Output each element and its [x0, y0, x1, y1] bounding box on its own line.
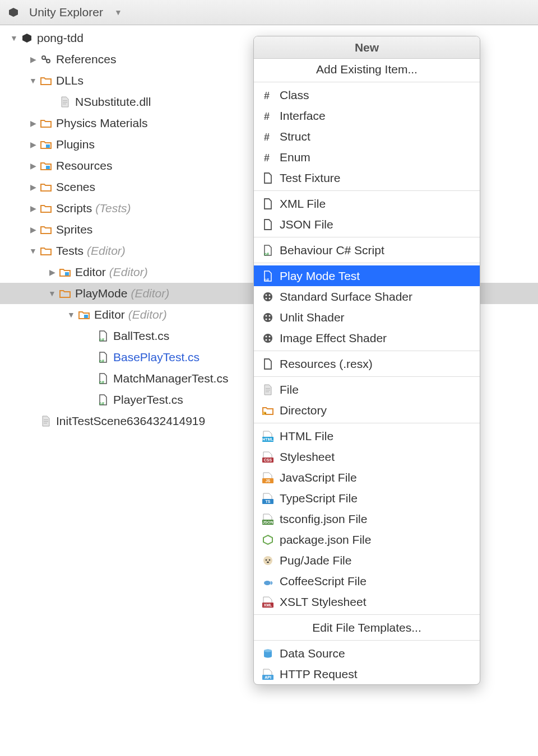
- newdir-icon: ✶: [262, 405, 274, 416]
- svg-point-37: [263, 334, 272, 343]
- tree-item-label: Editor: [94, 308, 125, 321]
- menu-item[interactable]: Image Effect Shader: [254, 328, 480, 348]
- menu-item[interactable]: APIHTTP Request: [254, 664, 480, 684]
- css-icon: CSS: [262, 451, 274, 463]
- disclosure-icon[interactable]: ▶: [27, 225, 39, 234]
- menu-separator: [254, 614, 480, 615]
- html-icon: HTML: [262, 431, 274, 442]
- menu-item-label: Behaviour C# Script: [280, 244, 384, 257]
- tree-item-label: References: [56, 53, 116, 66]
- file-gray-icon: [39, 416, 53, 427]
- menu-item[interactable]: Unlit Shader: [254, 307, 480, 328]
- tree-item-label: Scripts: [56, 202, 92, 215]
- menu-separator: [254, 190, 480, 191]
- coffee-icon: [262, 576, 274, 587]
- svg-text:c#: c#: [99, 401, 104, 405]
- menu-title: New: [254, 36, 480, 59]
- dropdown-icon[interactable]: ▼: [114, 8, 122, 17]
- menu-item[interactable]: #Interface: [254, 105, 480, 126]
- menu-item[interactable]: ✶Directory: [254, 400, 480, 421]
- json-icon: JSON: [262, 514, 274, 525]
- menu-item[interactable]: Test Fixture: [254, 167, 480, 188]
- cs-icon: c#: [262, 270, 274, 282]
- svg-text:#: #: [264, 111, 270, 122]
- menu-item[interactable]: XMLXSLT Stylesheet: [254, 591, 480, 612]
- disclosure-icon[interactable]: ▼: [27, 246, 39, 255]
- menu-item-label: Standard Surface Shader: [280, 290, 412, 304]
- svg-point-34: [269, 315, 271, 316]
- svg-text:XML: XML: [264, 603, 273, 607]
- disclosure-icon[interactable]: ▼: [8, 34, 20, 43]
- svg-point-27: [266, 294, 267, 296]
- menu-item-label: tsconfig.json File: [280, 512, 367, 526]
- svg-point-61: [269, 559, 271, 561]
- cs-icon: c#: [96, 352, 110, 363]
- disclosure-icon[interactable]: ▶: [27, 183, 39, 192]
- cs-icon: c#: [96, 373, 110, 384]
- disclosure-icon[interactable]: ▶: [27, 204, 39, 213]
- svg-rect-10: [65, 272, 69, 276]
- menu-item[interactable]: XML File: [254, 193, 480, 214]
- ts-icon: TS: [262, 493, 274, 504]
- menu-separator: [254, 423, 480, 423]
- folder-icon: [39, 225, 53, 235]
- menu-item[interactable]: Pug/Jade File: [254, 550, 480, 571]
- tree-item-label: MatchManagerTest.cs: [113, 372, 228, 385]
- tree-item-suffix: (Editor): [109, 265, 148, 279]
- disclosure-icon[interactable]: ▼: [46, 289, 58, 298]
- menu-item[interactable]: Resources (.resx): [254, 353, 480, 374]
- menu-item-label: File: [280, 383, 299, 396]
- svg-text:c#: c#: [264, 251, 269, 256]
- cs-icon: c#: [96, 330, 110, 342]
- menu-item[interactable]: Edit File Templates...: [254, 617, 480, 638]
- tree-item-suffix: (Editor): [128, 308, 167, 321]
- disclosure-icon[interactable]: ▶: [27, 161, 39, 170]
- menu-item-label: Class: [280, 88, 309, 102]
- menu-item[interactable]: CSSStylesheet: [254, 446, 480, 467]
- svg-rect-11: [84, 315, 88, 318]
- disclosure-icon[interactable]: ▶: [27, 140, 39, 149]
- svg-rect-5: [63, 100, 67, 101]
- tree-item-suffix: (Tests): [95, 202, 131, 215]
- menu-item[interactable]: CoffeeScript File: [254, 571, 480, 591]
- menu-item[interactable]: JSON File: [254, 214, 480, 235]
- hash-icon: #: [262, 131, 274, 142]
- menu-item[interactable]: #Class: [254, 85, 480, 105]
- menu-item-label: HTML File: [280, 430, 333, 443]
- menu-item[interactable]: #Struct: [254, 126, 480, 147]
- disclosure-icon[interactable]: ▼: [27, 76, 39, 85]
- menu-item[interactable]: JSONtsconfig.json File: [254, 508, 480, 529]
- svg-rect-18: [44, 423, 47, 423]
- folder-blue-icon: [77, 310, 91, 320]
- refs-icon: [39, 54, 53, 65]
- menu-item[interactable]: c#Play Mode Test: [254, 265, 480, 286]
- menu-item[interactable]: Add Existing Item...: [254, 59, 480, 80]
- menu-item[interactable]: TSTypeScript File: [254, 488, 480, 508]
- svg-point-39: [266, 335, 267, 337]
- disclosure-icon[interactable]: ▶: [27, 119, 39, 128]
- menu-item-label: Test Fixture: [280, 171, 341, 185]
- hash-icon: #: [262, 152, 274, 163]
- svg-point-36: [269, 318, 271, 320]
- menu-item-label: JavaScript File: [280, 471, 357, 484]
- menu-item[interactable]: c#Behaviour C# Script: [254, 240, 480, 260]
- svg-rect-43: [266, 388, 270, 389]
- menu-item[interactable]: HTMLHTML File: [254, 426, 480, 446]
- hash-icon: #: [262, 90, 274, 101]
- menu-item[interactable]: Data Source: [254, 643, 480, 664]
- menu-item[interactable]: File: [254, 379, 480, 400]
- svg-point-25: [263, 292, 272, 301]
- folder-icon: [39, 76, 53, 86]
- disclosure-icon[interactable]: ▶: [27, 55, 39, 64]
- menu-item[interactable]: #Enum: [254, 147, 480, 167]
- tree-item-label: InitTestScene636432414919: [56, 414, 205, 428]
- menu-item[interactable]: Standard Surface Shader: [254, 286, 480, 307]
- menu-item[interactable]: package.json File: [254, 529, 480, 550]
- menu-item-label: package.json File: [280, 533, 371, 547]
- folder-icon: [39, 182, 53, 192]
- menu-item[interactable]: JSJavaScript File: [254, 467, 480, 488]
- menu-item-label: Unlit Shader: [280, 311, 345, 324]
- disclosure-icon[interactable]: ▼: [65, 310, 77, 319]
- tree-item-label: Tests: [56, 244, 84, 258]
- disclosure-icon[interactable]: ▶: [46, 268, 58, 277]
